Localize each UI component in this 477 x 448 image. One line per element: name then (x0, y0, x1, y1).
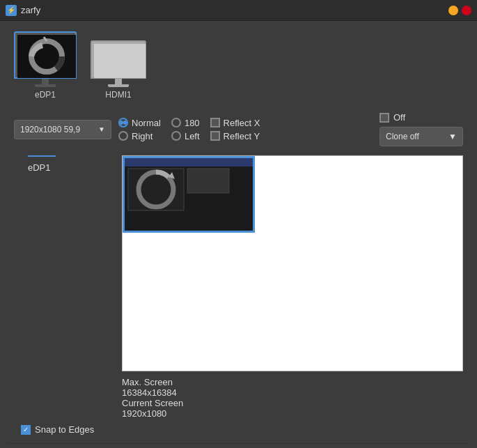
checkbox-reflect-x[interactable]: Reflect X (210, 118, 260, 128)
monitor-base-hdmi1 (108, 84, 129, 87)
monitor-frame-hdmi1 (91, 40, 146, 79)
snap-checkbox (21, 425, 31, 435)
right-controls: Off Clone off ▼ (380, 112, 463, 146)
title-bar: ⚡ zarfy (0, 0, 477, 21)
checkbox-reflect-x-box (210, 118, 220, 128)
bottom-bar: ⭐ À propos ↺ Actualiser ↵ Valider ⚙ Appl… (7, 443, 470, 448)
radio-180-circle (171, 118, 181, 128)
window-controls (448, 6, 471, 15)
max-screen-value: 16384x16384 (122, 387, 183, 398)
controls-row: 1920x1080 59,9 ▼ Normal 180 Reflect X (7, 109, 470, 150)
current-screen-value: 1920x1080 (122, 408, 183, 419)
radio-normal-circle (118, 118, 128, 128)
monitor-stand-hdmi1 (115, 79, 122, 84)
monitor-hdmi1[interactable]: HDMI1 (91, 40, 146, 100)
monitor-screen-edp1 (17, 35, 76, 78)
resolution-dropdown[interactable]: 1920x1080 59,9 ▼ (14, 120, 111, 139)
main-content: eDP1 HDMI1 1920x1080 59,9 ▼ (0, 21, 477, 448)
checkbox-reflect-y[interactable]: Reflect Y (210, 131, 260, 141)
monitor-stand-edp1 (42, 79, 49, 84)
off-label: Off (393, 112, 405, 123)
radio-normal[interactable]: Normal (118, 118, 161, 128)
preview-screen (123, 156, 255, 233)
resolution-value: 1920x1080 59,9 (20, 125, 95, 134)
minimize-button[interactable] (448, 6, 458, 15)
radio-left[interactable]: Left (171, 131, 200, 141)
snap-label: Snap to Edges (35, 424, 94, 435)
monitor-preview-svg-edp1 (17, 35, 76, 78)
monitor-frame-edp1 (14, 31, 77, 79)
display-underline (28, 155, 56, 157)
clone-value: Clone off (386, 132, 419, 141)
preview-canvas (122, 155, 463, 371)
monitors-row: eDP1 HDMI1 (7, 28, 470, 103)
checkbox-reflect-y-label: Reflect Y (224, 131, 260, 141)
monitor-screen-hdmi1 (94, 44, 146, 78)
monitor-label-edp1: eDP1 (35, 90, 56, 100)
monitor-label-hdmi1: HDMI1 (105, 90, 131, 100)
monitor-base-edp1 (35, 84, 56, 87)
display-area: eDP1 (7, 155, 470, 371)
info-area: Max. Screen 16384x16384 Current Screen 1… (122, 377, 183, 419)
radio-left-label: Left (185, 131, 200, 141)
checkbox-reflect-x-label: Reflect X (224, 118, 260, 128)
radio-normal-label: Normal (132, 118, 161, 128)
off-checkbox-box (380, 113, 389, 123)
resolution-chevron-icon: ▼ (98, 125, 105, 133)
radio-left-circle (171, 131, 181, 141)
clone-dropdown[interactable]: Clone off ▼ (380, 127, 463, 146)
checkbox-reflect-y-box (210, 131, 220, 141)
radio-right[interactable]: Right (118, 131, 161, 141)
left-panel: eDP1 (14, 155, 122, 371)
close-button[interactable] (462, 6, 471, 15)
radio-180-label: 180 (185, 118, 200, 128)
radio-180[interactable]: 180 (171, 118, 200, 128)
current-screen-label: Current Screen (122, 398, 183, 408)
preview-screen-svg (125, 158, 253, 231)
app-icon: ⚡ (6, 5, 17, 16)
radio-right-label: Right (132, 131, 153, 141)
radio-right-circle (118, 131, 128, 141)
off-control[interactable]: Off (380, 112, 463, 123)
max-screen-label: Max. Screen (122, 377, 183, 387)
window-title: zarfy (21, 5, 40, 15)
clone-chevron-icon: ▼ (448, 132, 457, 141)
svg-rect-5 (125, 158, 253, 167)
display-selected-label: eDP1 (28, 162, 122, 173)
info-row: Max. Screen 16384x16384 Current Screen 1… (7, 377, 470, 419)
monitor-edp1[interactable]: eDP1 (14, 31, 77, 100)
snap-row[interactable]: Snap to Edges (7, 424, 470, 435)
orientation-group: Normal 180 Reflect X Right Left Refle (118, 118, 260, 141)
svg-rect-7 (187, 169, 229, 193)
title-bar-left: ⚡ zarfy (6, 5, 40, 16)
